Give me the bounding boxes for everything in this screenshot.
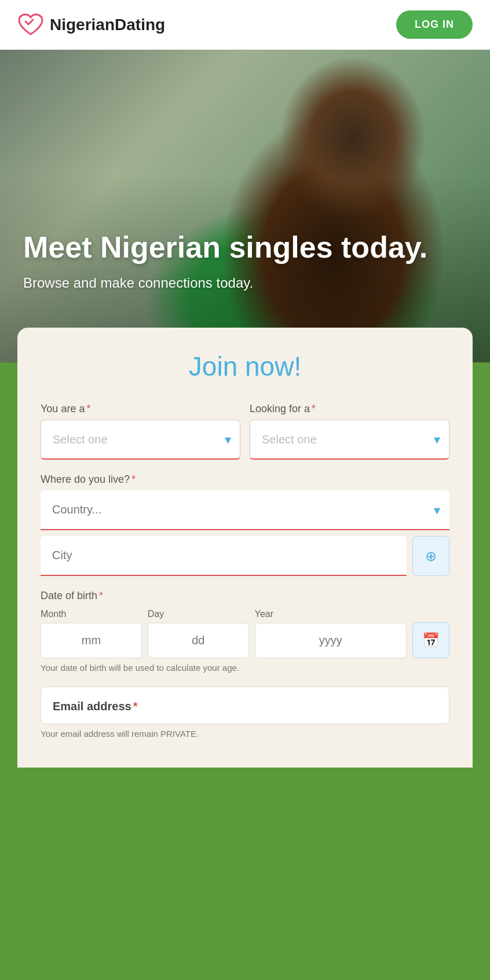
year-label: Year (255, 609, 407, 619)
country-wrapper: ▾ (41, 490, 449, 530)
dob-hint: Your date of birth will be used to calcu… (41, 663, 449, 673)
dob-label: Date of birth* (41, 590, 449, 602)
join-title: Join now! (41, 351, 449, 382)
looking-for-group: Looking for a* Select one Man Woman ▾ (250, 403, 449, 460)
looking-for-label: Looking for a* (250, 403, 449, 415)
day-input[interactable] (148, 623, 249, 658)
city-row: ⊕ (41, 536, 449, 576)
month-input[interactable] (41, 623, 142, 658)
looking-for-required: * (312, 403, 316, 414)
day-group: Day (148, 609, 249, 658)
logo-heart-icon (17, 13, 44, 36)
email-required: * (133, 700, 138, 713)
registration-form-card: Join now! You are a* Select one Man Woma… (17, 328, 473, 768)
logo-text: NigerianDating (50, 16, 165, 34)
location-detect-button[interactable]: ⊕ (412, 536, 449, 576)
dob-fields: Month Day Year 📅 (41, 609, 449, 658)
logo: NigerianDating (17, 13, 165, 36)
you-are-label: You are a* (41, 403, 240, 415)
year-group: Year (255, 609, 407, 658)
where-required: * (131, 474, 136, 485)
country-input[interactable] (41, 490, 449, 530)
location-crosshair-icon: ⊕ (425, 548, 437, 564)
you-are-group: You are a* Select one Man Woman ▾ (41, 403, 240, 460)
dob-section: Date of birth* Month Day Year 📅 (41, 590, 449, 673)
you-are-select[interactable]: Select one Man Woman (41, 420, 240, 460)
location-section: Where do you live?* ▾ ⊕ (41, 474, 449, 576)
month-label: Month (41, 609, 142, 619)
hero-title: Meet Nigerian singles today. (23, 231, 427, 264)
year-input[interactable] (255, 623, 407, 658)
you-are-required: * (86, 403, 90, 414)
email-label: Email address* (53, 700, 437, 713)
gender-row: You are a* Select one Man Woman ▾ Lookin… (41, 403, 449, 460)
email-section: Email address* Your email address will r… (41, 687, 449, 739)
email-hint: Your email address will remain PRIVATE. (41, 729, 449, 739)
where-label: Where do you live?* (41, 474, 449, 486)
dob-required: * (99, 590, 103, 601)
month-group: Month (41, 609, 142, 658)
calendar-icon: 📅 (422, 632, 440, 648)
hero-subtitle: Browse and make connections today. (23, 273, 427, 293)
email-box[interactable]: Email address* (41, 687, 449, 724)
city-input[interactable] (41, 536, 407, 576)
header: NigerianDating LOG IN (0, 0, 490, 50)
you-are-select-wrapper: Select one Man Woman ▾ (41, 420, 240, 460)
calendar-picker-button[interactable]: 📅 (412, 622, 449, 658)
hero-section: Meet Nigerian singles today. Browse and … (0, 50, 490, 362)
looking-for-select-wrapper: Select one Man Woman ▾ (250, 420, 449, 460)
login-button[interactable]: LOG IN (396, 10, 473, 39)
bottom-green-area (0, 768, 490, 825)
hero-text-block: Meet Nigerian singles today. Browse and … (23, 231, 427, 293)
looking-for-select[interactable]: Select one Man Woman (250, 420, 449, 460)
day-label: Day (148, 609, 249, 619)
